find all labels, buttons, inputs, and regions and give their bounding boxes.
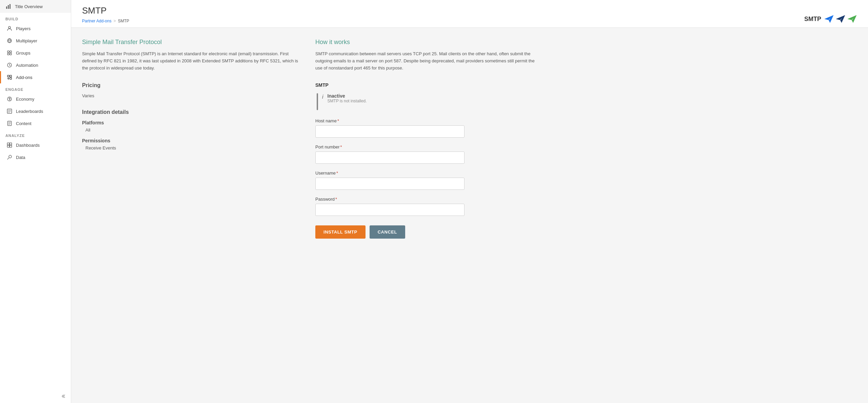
breadcrumb: Partner Add-ons > SMTP [82, 19, 129, 27]
password-required: * [335, 197, 337, 202]
platforms-value: All [82, 127, 302, 133]
sidebar: Title Overview BUILD Players Multiplayer [0, 0, 71, 403]
multiplayer-icon [6, 38, 13, 44]
status-bar: i Inactive SMTP is not installed. [315, 93, 535, 110]
plane-blue-icon [824, 15, 834, 23]
plane-darkblue-icon [835, 15, 846, 23]
leaderboards-icon [6, 108, 13, 114]
pricing-title: Pricing [82, 82, 302, 88]
smtp-logo-text: SMTP [804, 16, 821, 23]
svg-rect-0 [6, 6, 7, 9]
status-bar-line [317, 93, 318, 110]
plane-green-icon [847, 15, 857, 23]
sidebar-item-addons[interactable]: Add-ons [0, 71, 71, 83]
economy-label: Economy [16, 97, 34, 102]
host-name-input[interactable] [315, 125, 465, 138]
content-icon [6, 120, 13, 126]
sidebar-section-build: BUILD [0, 13, 71, 22]
how-it-works-section: How it works SMTP communication between … [315, 39, 535, 72]
addons-label: Add-ons [16, 75, 32, 80]
permissions-label: Permissions [82, 138, 302, 143]
sidebar-item-automation[interactable]: Automation [0, 59, 71, 71]
groups-label: Groups [16, 51, 31, 56]
smtp-section-label: SMTP [315, 82, 535, 88]
port-number-input[interactable] [315, 152, 465, 164]
svg-rect-18 [7, 145, 9, 147]
smtp-form-section: SMTP i Inactive SMTP is not installed. H… [315, 82, 535, 239]
how-it-works-title: How it works [315, 39, 535, 46]
svg-rect-7 [7, 53, 9, 55]
svg-point-20 [9, 155, 12, 158]
smtp-logo: SMTP [804, 15, 857, 27]
svg-rect-12 [10, 78, 12, 79]
svg-rect-8 [10, 53, 12, 55]
sidebar-item-leaderboards[interactable]: Leaderboards [0, 105, 71, 117]
svg-rect-16 [7, 143, 9, 145]
svg-point-3 [8, 26, 11, 28]
username-label: Username* [315, 170, 535, 176]
integration-title: Integration details [82, 109, 302, 115]
username-required: * [336, 170, 338, 176]
port-number-label: Port number* [315, 144, 535, 149]
left-panel: Simple Mail Transfer Protocol Simple Mai… [82, 39, 302, 239]
page-header: SMTP Partner Add-ons > SMTP SMTP [71, 0, 868, 28]
description-title: Simple Mail Transfer Protocol [82, 39, 302, 46]
players-label: Players [16, 26, 31, 31]
password-label: Password* [315, 197, 535, 202]
password-group: Password* [315, 197, 535, 216]
description-section: Simple Mail Transfer Protocol Simple Mai… [82, 39, 302, 72]
host-name-required: * [337, 118, 339, 123]
password-input[interactable] [315, 204, 465, 216]
pricing-value: Varies [82, 93, 302, 98]
svg-rect-2 [9, 4, 11, 9]
form-actions: INSTALL SMTP CANCEL [315, 225, 535, 239]
sidebar-collapse-button[interactable] [0, 389, 71, 403]
right-panel: How it works SMTP communication between … [315, 39, 535, 239]
page-title: SMTP [82, 5, 129, 16]
automation-icon [6, 62, 13, 68]
economy-icon [6, 96, 13, 102]
sidebar-section-analyze: ANALYZE [0, 129, 71, 139]
description-text: Simple Mail Transfer Protocol (SMTP) is … [82, 51, 302, 72]
cancel-button[interactable]: CANCEL [370, 225, 405, 239]
status-title: Inactive [328, 93, 367, 99]
sidebar-item-multiplayer[interactable]: Multiplayer [0, 35, 71, 47]
host-name-label: Host name* [315, 118, 535, 123]
leaderboards-label: Leaderboards [16, 109, 43, 114]
groups-icon [6, 50, 13, 56]
svg-rect-5 [7, 51, 9, 53]
install-smtp-button[interactable]: INSTALL SMTP [315, 225, 366, 239]
svg-rect-17 [10, 143, 12, 145]
bar-chart-icon [5, 3, 12, 9]
username-input[interactable] [315, 178, 465, 190]
sidebar-section-engage: ENGAGE [0, 83, 71, 93]
sidebar-item-content[interactable]: Content [0, 117, 71, 129]
integration-section: Integration details Platforms All Permis… [82, 109, 302, 150]
svg-rect-11 [10, 75, 12, 77]
sidebar-item-economy[interactable]: Economy [0, 93, 71, 105]
sidebar-title-overview[interactable]: Title Overview [0, 0, 71, 13]
sidebar-item-players[interactable]: Players [0, 22, 71, 35]
pricing-section: Pricing Varies [82, 82, 302, 98]
data-icon [6, 154, 13, 160]
svg-rect-19 [10, 145, 12, 147]
info-icon: i [322, 94, 323, 100]
sidebar-item-data[interactable]: Data [0, 151, 71, 163]
title-overview-label: Title Overview [15, 4, 43, 9]
automation-label: Automation [16, 63, 38, 68]
port-number-required: * [340, 144, 342, 149]
host-name-group: Host name* [315, 118, 535, 138]
permissions-value: Receive Events [82, 145, 302, 150]
page-body: Simple Mail Transfer Protocol Simple Mai… [71, 28, 546, 249]
port-number-group: Port number* [315, 144, 535, 164]
sidebar-item-dashboards[interactable]: Dashboards [0, 139, 71, 151]
svg-rect-10 [7, 75, 9, 77]
breadcrumb-separator: > [114, 19, 116, 23]
players-icon [6, 25, 13, 32]
sidebar-item-groups[interactable]: Groups [0, 47, 71, 59]
breadcrumb-parent[interactable]: Partner Add-ons [82, 19, 112, 23]
header-left: SMTP Partner Add-ons > SMTP [82, 5, 129, 27]
username-group: Username* [315, 170, 535, 190]
main-content: SMTP Partner Add-ons > SMTP SMTP [71, 0, 868, 403]
platforms-label: Platforms [82, 120, 302, 125]
